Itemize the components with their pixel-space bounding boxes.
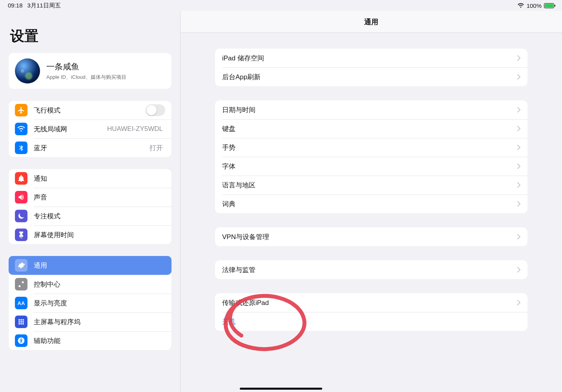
status-time: 09:18 [8,2,23,9]
chevron-right-icon [517,55,520,61]
row-sound[interactable]: 声音 [9,188,172,207]
row-dictionary[interactable]: 词典 [215,194,527,213]
settings-title: 设置 [10,27,172,46]
section-storage: iPad 储存空间 后台App刷新 [215,49,527,86]
profile-name: 一条咸鱼 [46,61,126,72]
row-homescreen[interactable]: 主屏幕与程序坞 [9,312,172,331]
row-wifi[interactable]: 无线局域网 HUAWEI-ZY5WDL [9,120,172,138]
row-label: 后台App刷新 [222,73,517,82]
hourglass-icon [15,229,27,241]
row-label: 语言与地区 [222,181,517,190]
row-ipad-storage[interactable]: iPad 储存空间 [215,49,527,67]
chevron-right-icon [517,267,520,272]
text-size-icon: AA [15,297,27,309]
group-general: 通用 控制中心 AA 显示与亮度 主屏幕与程序坞 [9,256,172,350]
row-background-refresh[interactable]: 后台App刷新 [215,67,527,86]
gear-icon [15,259,27,272]
row-shutdown[interactable]: 关机 [215,312,527,331]
bell-icon [15,172,27,185]
chevron-right-icon [517,182,520,188]
row-label: 主屏幕与程序坞 [34,318,165,327]
profile-sub: Apple ID、iCloud、媒体与购买项目 [46,74,126,81]
row-datetime[interactable]: 日期与时间 [215,100,527,119]
battery-icon [544,3,554,8]
airplane-icon [15,104,27,116]
row-label: iPad 储存空间 [222,54,517,63]
status-date: 3月11日周五 [27,2,61,9]
section-reset: 传输或还原iPad 关机 [215,293,527,331]
bluetooth-icon [15,142,27,154]
section-input: 日期与时间 键盘 手势 字体 语言与地区 [215,100,527,213]
chevron-right-icon [517,234,520,240]
row-label: 声音 [34,193,165,202]
row-label: 词典 [222,200,517,209]
chevron-right-icon [517,107,520,113]
avatar-earth [15,58,40,83]
airplane-toggle[interactable] [146,104,165,116]
settings-sidebar: 设置 一条咸鱼 Apple ID、iCloud、媒体与购买项目 飞行模式 [0,11,181,392]
row-label: 字体 [222,162,517,171]
row-notifications[interactable]: 通知 [9,169,172,188]
wifi-value: HUAWEI-ZY5WDL [107,125,163,133]
row-display[interactable]: AA 显示与亮度 [9,294,172,312]
chevron-right-icon [517,300,520,305]
chevron-right-icon [517,126,520,131]
detail-title: 通用 [181,11,562,33]
wifi-icon [517,3,524,8]
detail-pane: 通用 iPad 储存空间 后台App刷新 日期与时间 键盘 [181,11,562,392]
row-keyboard[interactable]: 键盘 [215,119,527,138]
row-language[interactable]: 语言与地区 [215,176,527,194]
chevron-right-icon [517,74,520,80]
row-label: 蓝牙 [34,143,150,152]
battery-pct: 100% [527,2,542,9]
row-legal[interactable]: 法律与监管 [215,260,527,279]
row-label: 键盘 [222,124,517,133]
group-network: 飞行模式 无线局域网 HUAWEI-ZY5WDL 蓝牙 打开 [9,101,172,157]
row-vpn[interactable]: VPN与设备管理 [215,227,527,246]
row-focus[interactable]: 专注模式 [9,207,172,225]
speaker-icon [15,191,27,203]
row-bluetooth[interactable]: 蓝牙 打开 [9,138,172,157]
row-label: 专注模式 [34,212,165,221]
row-general[interactable]: 通用 [9,256,172,275]
row-label: 关机 [222,317,520,326]
wifi-settings-icon [15,123,27,135]
row-label: 日期与时间 [222,105,517,114]
row-label: 控制中心 [34,280,165,289]
row-label: VPN与设备管理 [222,232,517,241]
row-label: 通知 [34,174,165,183]
accessibility-icon [15,334,27,347]
row-label: 显示与亮度 [34,299,165,308]
row-gesture[interactable]: 手势 [215,138,527,157]
profile-card[interactable]: 一条咸鱼 Apple ID、iCloud、媒体与购买项目 [9,53,172,89]
moon-icon [15,210,27,222]
bluetooth-value: 打开 [150,143,163,152]
row-label: 辅助功能 [34,336,165,345]
row-transfer-reset[interactable]: 传输或还原iPad [215,293,527,312]
toggles-icon [15,278,27,290]
status-bar: 09:18 3月11日周五 100% [0,0,562,11]
section-vpn: VPN与设备管理 [215,227,527,246]
row-label: 传输或还原iPad [222,298,517,307]
section-legal: 法律与监管 [215,260,527,279]
grid-icon [15,316,27,328]
row-screentime[interactable]: 屏幕使用时间 [9,225,172,244]
row-control-center[interactable]: 控制中心 [9,275,172,294]
home-indicator [240,388,322,390]
row-label: 屏幕使用时间 [34,230,165,240]
row-font[interactable]: 字体 [215,157,527,176]
row-label: 法律与监管 [222,265,517,274]
row-airplane[interactable]: 飞行模式 [9,101,172,120]
row-label: 无线局域网 [34,125,107,134]
chevron-right-icon [517,163,520,169]
row-label: 通用 [34,261,165,270]
chevron-right-icon [517,145,520,150]
row-accessibility[interactable]: 辅助功能 [9,331,172,350]
row-label: 手势 [222,143,517,152]
chevron-right-icon [517,201,520,207]
row-label: 飞行模式 [34,106,146,115]
group-notif: 通知 声音 专注模式 屏幕使用时间 [9,169,172,244]
